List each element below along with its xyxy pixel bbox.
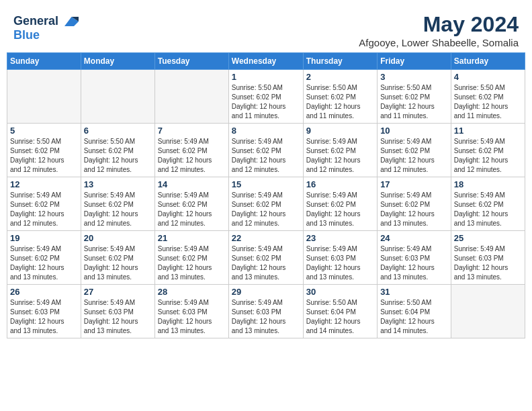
- day-number: 1: [232, 72, 300, 82]
- day-number: 2: [306, 72, 374, 82]
- day-info: Sunrise: 5:49 AM Sunset: 6:02 PM Dayligh…: [158, 244, 226, 282]
- day-info: Sunrise: 5:50 AM Sunset: 6:04 PM Dayligh…: [380, 298, 448, 336]
- calendar-cell: 19Sunrise: 5:49 AM Sunset: 6:02 PM Dayli…: [7, 231, 81, 285]
- calendar-cell: 21Sunrise: 5:49 AM Sunset: 6:02 PM Dayli…: [154, 231, 228, 285]
- day-info: Sunrise: 5:49 AM Sunset: 6:02 PM Dayligh…: [454, 191, 522, 228]
- calendar-cell: 29Sunrise: 5:49 AM Sunset: 6:03 PM Dayli…: [228, 285, 303, 338]
- day-number: 29: [232, 287, 300, 297]
- day-info: Sunrise: 5:49 AM Sunset: 6:02 PM Dayligh…: [158, 137, 226, 175]
- day-info: Sunrise: 5:50 AM Sunset: 6:02 PM Dayligh…: [380, 83, 448, 121]
- day-number: 28: [158, 287, 226, 297]
- day-info: Sunrise: 5:49 AM Sunset: 6:03 PM Dayligh…: [232, 298, 300, 336]
- day-number: 17: [380, 179, 448, 189]
- calendar-cell: 31Sunrise: 5:50 AM Sunset: 6:04 PM Dayli…: [378, 285, 451, 338]
- week-row-3: 12Sunrise: 5:49 AM Sunset: 6:02 PM Dayli…: [7, 177, 525, 231]
- weekday-header-saturday: Saturday: [451, 53, 525, 70]
- day-info: Sunrise: 5:50 AM Sunset: 6:02 PM Dayligh…: [84, 137, 152, 175]
- weekday-header-monday: Monday: [81, 53, 154, 70]
- day-info: Sunrise: 5:49 AM Sunset: 6:02 PM Dayligh…: [10, 191, 78, 228]
- day-number: 4: [454, 72, 522, 82]
- calendar-cell: 1Sunrise: 5:50 AM Sunset: 6:02 PM Daylig…: [228, 70, 303, 124]
- day-number: 10: [380, 126, 448, 136]
- calendar-cell: 22Sunrise: 5:49 AM Sunset: 6:02 PM Dayli…: [228, 231, 303, 285]
- day-info: Sunrise: 5:49 AM Sunset: 6:02 PM Dayligh…: [84, 191, 152, 228]
- calendar-cell: 26Sunrise: 5:49 AM Sunset: 6:03 PM Dayli…: [7, 285, 81, 338]
- day-info: Sunrise: 5:49 AM Sunset: 6:03 PM Dayligh…: [306, 244, 374, 282]
- day-number: 5: [10, 126, 78, 136]
- day-number: 11: [454, 126, 522, 136]
- calendar-cell: [81, 70, 154, 124]
- day-number: 6: [84, 126, 152, 136]
- day-info: Sunrise: 5:49 AM Sunset: 6:02 PM Dayligh…: [84, 244, 152, 282]
- calendar-cell: 20Sunrise: 5:49 AM Sunset: 6:02 PM Dayli…: [81, 231, 154, 285]
- day-number: 27: [84, 287, 152, 297]
- title-block: May 2024 Afgooye, Lower Shabeelle, Somal…: [359, 12, 519, 48]
- day-number: 25: [454, 233, 522, 243]
- logo-text: General: [13, 15, 58, 28]
- calendar-cell: 17Sunrise: 5:49 AM Sunset: 6:02 PM Dayli…: [378, 177, 451, 231]
- calendar-cell: 4Sunrise: 5:50 AM Sunset: 6:02 PM Daylig…: [451, 70, 525, 124]
- calendar-cell: 10Sunrise: 5:49 AM Sunset: 6:02 PM Dayli…: [378, 124, 451, 177]
- calendar-cell: 30Sunrise: 5:50 AM Sunset: 6:04 PM Dayli…: [303, 285, 377, 338]
- day-number: 23: [306, 233, 374, 243]
- day-number: 13: [84, 179, 152, 189]
- calendar-cell: 25Sunrise: 5:49 AM Sunset: 6:03 PM Dayli…: [451, 231, 525, 285]
- calendar-cell: 28Sunrise: 5:49 AM Sunset: 6:03 PM Dayli…: [154, 285, 228, 338]
- day-number: 24: [380, 233, 448, 243]
- calendar-cell: 23Sunrise: 5:49 AM Sunset: 6:03 PM Dayli…: [303, 231, 377, 285]
- calendar-cell: 24Sunrise: 5:49 AM Sunset: 6:03 PM Dayli…: [378, 231, 451, 285]
- day-info: Sunrise: 5:49 AM Sunset: 6:02 PM Dayligh…: [232, 137, 300, 175]
- day-info: Sunrise: 5:49 AM Sunset: 6:02 PM Dayligh…: [380, 191, 448, 228]
- weekday-header-thursday: Thursday: [303, 53, 377, 70]
- calendar-cell: 13Sunrise: 5:49 AM Sunset: 6:02 PM Dayli…: [81, 177, 154, 231]
- week-row-5: 26Sunrise: 5:49 AM Sunset: 6:03 PM Dayli…: [7, 285, 525, 338]
- calendar-cell: 16Sunrise: 5:49 AM Sunset: 6:02 PM Dayli…: [303, 177, 377, 231]
- calendar-cell: 18Sunrise: 5:49 AM Sunset: 6:02 PM Dayli…: [451, 177, 525, 231]
- day-info: Sunrise: 5:50 AM Sunset: 6:02 PM Dayligh…: [232, 83, 300, 121]
- calendar-cell: 27Sunrise: 5:49 AM Sunset: 6:03 PM Dayli…: [81, 285, 154, 338]
- calendar-cell: 5Sunrise: 5:50 AM Sunset: 6:02 PM Daylig…: [7, 124, 81, 177]
- weekday-header-sunday: Sunday: [7, 53, 81, 70]
- calendar-cell: 6Sunrise: 5:50 AM Sunset: 6:02 PM Daylig…: [81, 124, 154, 177]
- day-number: 22: [232, 233, 300, 243]
- day-number: 30: [306, 287, 374, 297]
- day-number: 31: [380, 287, 448, 297]
- day-info: Sunrise: 5:49 AM Sunset: 6:02 PM Dayligh…: [380, 137, 448, 175]
- day-number: 19: [10, 233, 78, 243]
- day-number: 15: [232, 179, 300, 189]
- day-number: 12: [10, 179, 78, 189]
- calendar-cell: 11Sunrise: 5:49 AM Sunset: 6:02 PM Dayli…: [451, 124, 525, 177]
- day-number: 21: [158, 233, 226, 243]
- day-info: Sunrise: 5:50 AM Sunset: 6:02 PM Dayligh…: [454, 83, 522, 121]
- weekday-header-row: SundayMondayTuesdayWednesdayThursdayFrid…: [7, 53, 525, 70]
- calendar-cell: 3Sunrise: 5:50 AM Sunset: 6:02 PM Daylig…: [378, 70, 451, 124]
- day-info: Sunrise: 5:50 AM Sunset: 6:02 PM Dayligh…: [306, 83, 374, 121]
- logo: General Blue: [13, 12, 79, 42]
- day-info: Sunrise: 5:49 AM Sunset: 6:03 PM Dayligh…: [454, 244, 522, 282]
- calendar-cell: 14Sunrise: 5:49 AM Sunset: 6:02 PM Dayli…: [154, 177, 228, 231]
- day-number: 7: [158, 126, 226, 136]
- week-row-2: 5Sunrise: 5:50 AM Sunset: 6:02 PM Daylig…: [7, 124, 525, 177]
- calendar-table: SundayMondayTuesdayWednesdayThursdayFrid…: [7, 52, 525, 338]
- day-info: Sunrise: 5:49 AM Sunset: 6:02 PM Dayligh…: [232, 191, 300, 228]
- calendar-cell: 7Sunrise: 5:49 AM Sunset: 6:02 PM Daylig…: [154, 124, 228, 177]
- calendar-cell: 8Sunrise: 5:49 AM Sunset: 6:02 PM Daylig…: [228, 124, 303, 177]
- calendar-cell: 15Sunrise: 5:49 AM Sunset: 6:02 PM Dayli…: [228, 177, 303, 231]
- day-info: Sunrise: 5:49 AM Sunset: 6:02 PM Dayligh…: [232, 244, 300, 282]
- day-info: Sunrise: 5:49 AM Sunset: 6:02 PM Dayligh…: [10, 244, 78, 282]
- day-number: 20: [84, 233, 152, 243]
- month-title: May 2024: [359, 12, 519, 37]
- calendar-cell: 9Sunrise: 5:49 AM Sunset: 6:02 PM Daylig…: [303, 124, 377, 177]
- day-number: 8: [232, 126, 300, 136]
- calendar-cell: [154, 70, 228, 124]
- weekday-header-tuesday: Tuesday: [154, 53, 228, 70]
- day-info: Sunrise: 5:50 AM Sunset: 6:04 PM Dayligh…: [306, 298, 374, 336]
- day-number: 18: [454, 179, 522, 189]
- day-info: Sunrise: 5:49 AM Sunset: 6:02 PM Dayligh…: [306, 137, 374, 175]
- week-row-4: 19Sunrise: 5:49 AM Sunset: 6:02 PM Dayli…: [7, 231, 525, 285]
- weekday-header-friday: Friday: [378, 53, 451, 70]
- day-info: Sunrise: 5:50 AM Sunset: 6:02 PM Dayligh…: [10, 137, 78, 175]
- day-info: Sunrise: 5:49 AM Sunset: 6:02 PM Dayligh…: [306, 191, 374, 228]
- day-number: 26: [10, 287, 78, 297]
- day-info: Sunrise: 5:49 AM Sunset: 6:03 PM Dayligh…: [380, 244, 448, 282]
